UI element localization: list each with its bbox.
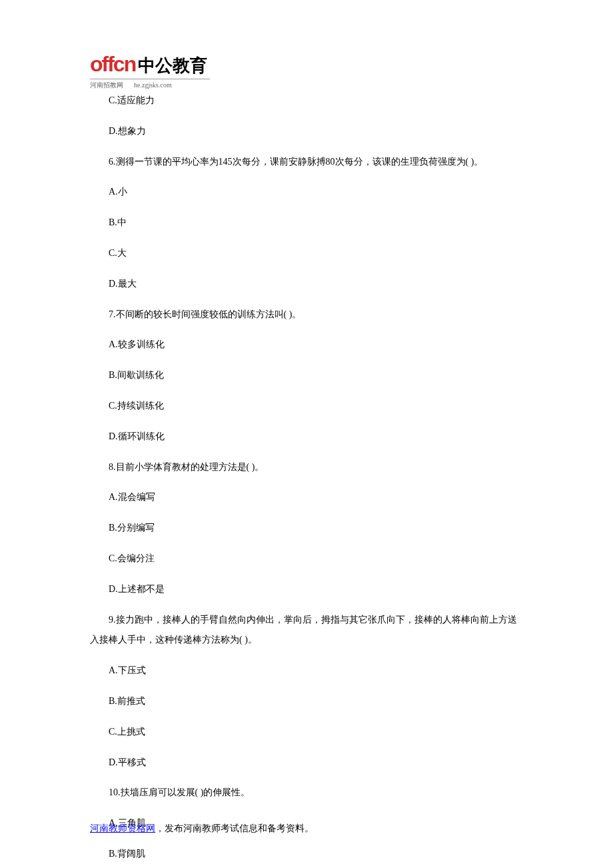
logo-subtext: 河南招教网he.zgjsks.com: [90, 81, 210, 90]
option-text: C.上挑式: [90, 722, 523, 743]
option-text: C.持续训练化: [90, 396, 523, 417]
option-text: C.适应能力: [90, 91, 523, 111]
option-text: B.中: [90, 213, 523, 233]
option-text: C.大: [90, 243, 523, 264]
option-text: C.会编分注: [90, 549, 523, 569]
option-text: A.下压式: [90, 661, 523, 681]
logo-subtext-right: he.zgjsks.com: [134, 81, 172, 89]
option-text: D.循环训练化: [90, 427, 523, 447]
option-text: B.分别编写: [90, 518, 523, 539]
logo-chinese: 中公教育: [138, 54, 207, 77]
document-content: C.适应能力 D.想象力 6.测得一节课的平均心率为145次每分，课前安静脉搏8…: [90, 91, 523, 868]
logo-subtext-left: 河南招教网: [90, 81, 123, 89]
question-10: 10.扶墙压肩可以发展( )的伸展性。: [90, 783, 523, 803]
question-9: 9.接力跑中，接棒人的手臂自然向内伸出，掌向后，拇指与其它张爪向下，接棒的人将棒…: [90, 610, 523, 651]
footer-suffix: ，发布河南教师考试信息和备考资料。: [155, 823, 314, 833]
question-6: 6.测得一节课的平均心率为145次每分，课前安静脉搏80次每分，该课的生理负荷强…: [90, 152, 523, 173]
question-7: 7.不间断的较长时间强度较低的训练方法叫( )。: [90, 305, 523, 325]
option-text: D.最大: [90, 274, 523, 295]
logo-offcn: offcn: [90, 52, 135, 77]
option-text: D.平移式: [90, 753, 523, 773]
logo-underline: [90, 79, 210, 79]
option-text: A.小: [90, 182, 523, 203]
option-text: D.上述都不是: [90, 579, 523, 600]
option-text: B.前推式: [90, 691, 523, 712]
option-text: D.想象力: [90, 121, 523, 142]
footer: 河南教师资格网，发布河南教师考试信息和备考资料。: [90, 823, 314, 835]
option-text: A.混会编写: [90, 487, 523, 508]
footer-link[interactable]: 河南教师资格网: [90, 823, 155, 833]
logo: offcn 中公教育: [90, 52, 210, 77]
option-text: B.背阔肌: [90, 844, 523, 865]
logo-header: offcn 中公教育 河南招教网he.zgjsks.com: [90, 52, 210, 90]
option-text: B.间歇训练化: [90, 365, 523, 386]
option-text: A.较多训练化: [90, 335, 523, 355]
question-8: 8.目前小学体育教材的处理方法是( )。: [90, 457, 523, 478]
